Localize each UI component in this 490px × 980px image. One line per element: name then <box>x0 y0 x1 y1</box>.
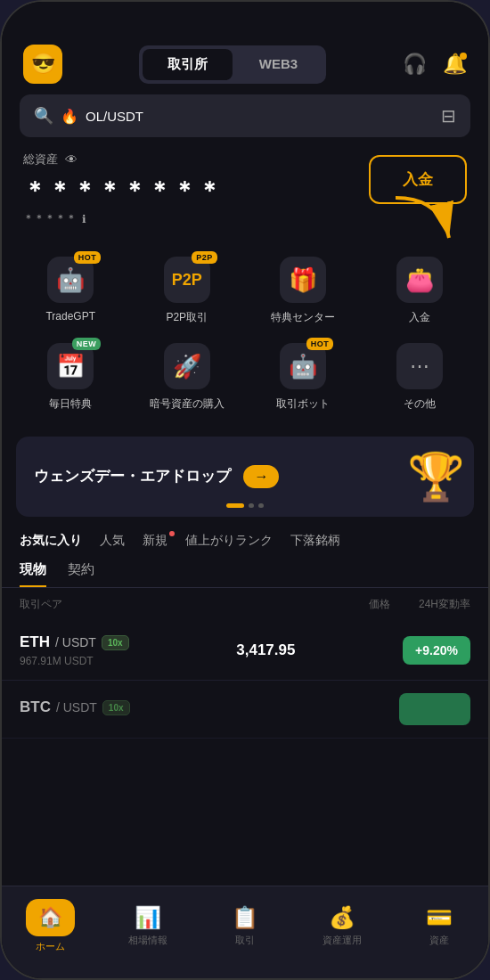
banner-content: ウェンズデー・エアドロップ → <box>34 465 279 488</box>
table-row-btc[interactable]: BTC / USDT 10x <box>2 681 488 739</box>
market-tab-popular[interactable]: 人気 <box>100 533 125 552</box>
crypto-buy-icon-wrap: 🚀 <box>164 343 210 389</box>
info-icon: ℹ <box>82 213 86 225</box>
crypto-buy-icon: 🚀 <box>164 343 210 389</box>
eth-price: 3,417.95 <box>236 641 295 659</box>
assets-left: 総資産 👁 ＊＊＊＊＊＊＊＊ ＊＊＊＊＊ ℹ <box>23 151 223 226</box>
feature-tradegpt[interactable]: 🤖 HOT TradeGPT <box>12 248 129 334</box>
btc-change-badge <box>399 693 470 725</box>
dot-inactive-2 <box>258 503 264 508</box>
market-tab-favorite[interactable]: お気に入り <box>20 533 82 552</box>
market-tab-new[interactable]: 新規 <box>143 533 167 552</box>
banner-arrow-button[interactable]: → <box>243 465 279 488</box>
feature-other[interactable]: ⋯ その他 <box>362 334 478 421</box>
feature-p2p[interactable]: P2P P2P P2P取引 <box>129 248 246 334</box>
table-row-eth[interactable]: ETH / USDT 10x 967.91M USDT 3,417.95 +9.… <box>2 621 488 681</box>
tradegpt-icon-wrap: 🤖 HOT <box>47 257 94 303</box>
p2p-label: P2P取引 <box>166 310 208 325</box>
bottom-nav: 🏠 ホーム 📊 相場情報 📋 取引 💰 資産運用 💳 資産 <box>2 886 488 978</box>
market-icon: 📊 <box>135 905 161 930</box>
home-icon-bg: 🏠 <box>26 899 75 936</box>
assets-nav-icon: 💳 <box>426 905 453 930</box>
trade-bot-badge: HOT <box>306 338 334 350</box>
search-bar[interactable]: 🔍 🔥 OL/USDT ⊟ <box>20 94 470 137</box>
table-header: 取引ペア 価格 24H変動率 <box>2 588 488 621</box>
assets-section: 総資産 👁 ＊＊＊＊＊＊＊＊ ＊＊＊＊＊ ℹ 入金 <box>2 137 488 233</box>
banner-dots <box>226 503 264 508</box>
trade-bot-icon-wrap: 🤖 HOT <box>280 343 326 389</box>
assets-value: ＊＊＊＊＊＊＊＊ <box>23 175 223 206</box>
gift-icon-wrap: 🎁 <box>280 257 326 303</box>
deposit-icon-wrap: 👛 <box>396 257 443 303</box>
assets-sub: ＊＊＊＊＊ ℹ <box>23 211 223 226</box>
new-dot <box>169 531 175 536</box>
feature-deposit[interactable]: 👛 入金 <box>362 248 478 334</box>
nav-market[interactable]: 📊 相場情報 <box>121 905 175 947</box>
qr-icon[interactable]: ⊟ <box>441 105 456 127</box>
market-tabs: お気に入り 人気 新規 値上がりランク 下落銘柄 <box>2 526 488 552</box>
daily-icon-wrap: 📅 NEW <box>47 343 94 389</box>
header-icons: 🎧 🔔 <box>403 53 467 76</box>
market-tab-gainers[interactable]: 値上がりランク <box>185 533 273 552</box>
feature-crypto-buy[interactable]: 🚀 暗号資産の購入 <box>129 334 246 421</box>
feature-trade-bot[interactable]: 🤖 HOT 取引ボット <box>245 334 362 421</box>
deposit-button[interactable]: 入金 <box>369 155 467 204</box>
daily-label: 毎日特典 <box>49 396 92 412</box>
btc-leverage: 10x <box>102 700 130 715</box>
home-icon: 🏠 <box>38 906 62 928</box>
market-label: 相場情報 <box>128 934 167 947</box>
trade-icon: 📋 <box>232 905 258 930</box>
th-right: 価格 24H変動率 <box>369 597 470 612</box>
eth-leverage: 10x <box>102 635 129 650</box>
tab-exchange[interactable]: 取引所 <box>143 49 233 80</box>
daily-badge: NEW <box>72 338 102 350</box>
gift-label: 特典センター <box>271 310 335 325</box>
tab-spot[interactable]: 現物 <box>20 561 46 587</box>
p2p-badge: P2P <box>192 251 217 264</box>
main-tab-group: 取引所 WEB3 <box>139 45 326 84</box>
assets-nav-label: 資産 <box>429 934 449 947</box>
tab-web3[interactable]: WEB3 <box>234 49 323 80</box>
btc-pair-name: BTC / USDT 10x <box>20 698 130 716</box>
feature-daily[interactable]: 📅 NEW 毎日特典 <box>12 334 129 421</box>
eth-row-left: ETH / USDT 10x 967.91M USDT <box>20 633 129 667</box>
nav-earn[interactable]: 💰 資産運用 <box>315 905 369 947</box>
eth-volume: 967.91M USDT <box>20 655 129 667</box>
th-change: 24H変動率 <box>419 597 470 612</box>
assets-label: 総資産 👁 <box>23 151 223 167</box>
banner-text: ウェンズデー・エアドロップ <box>34 468 231 485</box>
feature-grid: 🤖 HOT TradeGPT P2P P2P P2P取引 🎁 特典センター <box>2 233 488 428</box>
eth-quote: / USDT <box>55 635 96 649</box>
nav-assets[interactable]: 💳 資産 <box>412 905 466 947</box>
tradegpt-badge: HOT <box>74 251 102 264</box>
dot-active <box>226 503 244 508</box>
deposit-feature-icon: 👛 <box>396 257 443 303</box>
spot-tabs: 現物 契約 <box>2 552 488 588</box>
p2p-icon-wrap: P2P P2P <box>164 257 210 303</box>
eth-pair-name: ETH / USDT 10x <box>20 633 129 651</box>
other-icon: ⋯ <box>396 343 443 389</box>
eye-icon[interactable]: 👁 <box>65 152 78 167</box>
eth-price-value: 3,417.95 <box>236 641 295 659</box>
home-label: ホーム <box>36 940 65 953</box>
bell-icon[interactable]: 🔔 <box>443 53 467 76</box>
search-icon: 🔍 <box>34 106 53 126</box>
nav-home[interactable]: 🏠 ホーム <box>24 899 78 953</box>
search-text: OL/USDT <box>86 109 143 124</box>
header: 😎 取引所 WEB3 🎧 🔔 <box>2 2 488 94</box>
fire-icon: 🔥 <box>61 108 78 125</box>
feature-gift[interactable]: 🎁 特典センター <box>245 248 362 334</box>
nav-trade[interactable]: 📋 取引 <box>218 905 272 947</box>
market-tab-losers[interactable]: 下落銘柄 <box>290 533 340 552</box>
deposit-feature-label: 入金 <box>409 310 430 325</box>
trade-label: 取引 <box>235 934 255 947</box>
btc-row-left: BTC / USDT 10x <box>20 698 130 720</box>
headset-icon[interactable]: 🎧 <box>403 53 427 76</box>
crypto-buy-label: 暗号資産の購入 <box>150 396 225 412</box>
tradegpt-label: TradeGPT <box>45 310 95 323</box>
tab-contract[interactable]: 契約 <box>68 561 94 587</box>
eth-base: ETH <box>20 633 50 651</box>
trade-bot-label: 取引ボット <box>276 396 330 412</box>
dot-inactive-1 <box>249 503 254 508</box>
banner-section[interactable]: ウェンズデー・エアドロップ → 🏆 <box>16 437 474 517</box>
